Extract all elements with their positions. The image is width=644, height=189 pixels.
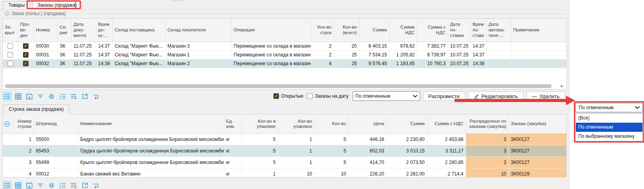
filter-icon[interactable]	[36, 92, 45, 101]
tab-order-lines[interactable]: Строка заказа (продажа)	[3, 104, 69, 114]
col-qty[interactable]: Кол-во	[314, 114, 348, 134]
col-price[interactable]: Цена	[348, 114, 386, 134]
numbered-list-icon[interactable]: 123	[58, 181, 67, 189]
col-delivery-time[interactable]: Врем по- ставк	[470, 19, 486, 42]
cell-lines_count: 2	[311, 50, 334, 59]
grid-icon[interactable]	[13, 181, 23, 189]
col-warehouse-supplier[interactable]: Склад поставщика	[113, 19, 165, 42]
overlay-dropdown-list: (Все) По отмеченным По выбранному магази…	[575, 113, 643, 141]
distribute-mode-select[interactable]: По отмеченным	[353, 91, 420, 101]
filter-icon[interactable]	[36, 181, 45, 189]
open-external-icon[interactable]	[80, 92, 90, 101]
col-posted[interactable]: Про- ве- ден	[18, 19, 34, 42]
annotation-arrow-head	[566, 96, 575, 105]
overlay-distribute-mode-select[interactable]: По отмеченным	[575, 103, 643, 112]
col-line-no[interactable]: Номер строки	[13, 114, 34, 134]
bullet-list-icon[interactable]	[2, 92, 12, 101]
tab-products[interactable]: Товары	[3, 1, 30, 10]
col-amount-with-vat[interactable]: Сумма с НДС	[417, 19, 448, 42]
order-line-row[interactable]: 400012Банан свежий вес Витаминкг11010226…	[3, 168, 566, 177]
col-qty-total[interactable]: Кол-во (всего)	[334, 19, 359, 42]
cell-qty_per_pack: 5	[241, 145, 278, 157]
horizontal-scrollbar-thumb[interactable]	[5, 84, 552, 88]
col-qty-per-pack[interactable]: Кол-во в упаковке	[241, 114, 278, 134]
col-allocated[interactable]: Распределено по заказам (закупка)	[466, 114, 508, 134]
col-lines-count[interactable]: Кол-во строк	[311, 19, 334, 42]
closed-checkbox[interactable]	[8, 61, 13, 66]
app-root: Товары Заказы (продажа) Заказ (польз.) (…	[0, 0, 644, 189]
order-line-row[interactable]: 355499Крыло цыплят-бройлеров охлажденное…	[3, 157, 566, 168]
numbered-list-icon[interactable]: 123	[58, 92, 67, 101]
add-row-icon[interactable]	[69, 92, 78, 101]
order-row[interactable]: ✓00032ЗК11.07.2514:38Склад "Маркет Фью..…	[3, 59, 566, 68]
cell-lines_count: 2	[311, 42, 334, 50]
col-line-amount-with-vat[interactable]: Сумма с НДС	[427, 114, 466, 134]
col-vat[interactable]: Сумма НДС	[389, 19, 417, 42]
col-packs[interactable]: Кол-во упаковок	[278, 114, 314, 134]
closed-checkbox[interactable]	[8, 52, 13, 58]
dropdown-option-all[interactable]: (Все)	[576, 114, 642, 123]
cell-allocated: 3	[466, 134, 508, 145]
col-unit[interactable]: Ед. изм.	[224, 114, 241, 134]
calendar-add-icon[interactable]	[25, 181, 34, 189]
cell-packs: 1	[278, 134, 314, 145]
open-external-icon[interactable]	[80, 181, 90, 189]
bullet-list-icon[interactable]	[2, 181, 12, 189]
posted-checkbox[interactable]: ✓	[23, 52, 29, 58]
scrollbar-right-arrow-icon[interactable]	[561, 85, 564, 88]
order-line-row[interactable]: 155500Бедро цыплят-бройлеров охлажденное…	[3, 134, 566, 145]
cell-amount: 7 534,15	[359, 50, 389, 59]
refresh-icon[interactable]	[91, 92, 101, 101]
minus-icon: —	[532, 93, 537, 99]
refresh-icon[interactable]	[91, 181, 101, 189]
col-series[interactable]: Се- рия	[57, 19, 71, 42]
svg-text:3: 3	[59, 97, 61, 100]
calendar-add-icon[interactable]	[25, 92, 34, 101]
closed-checkbox[interactable]	[8, 43, 13, 49]
posted-checkbox[interactable]: ✓	[23, 61, 29, 66]
orders-on-date-checkbox[interactable]	[307, 93, 313, 99]
col-delivery-date[interactable]: Дата по- ставки	[448, 19, 470, 42]
cell-doc_time: 14:38	[96, 59, 113, 68]
order-row[interactable]: ✓00030ЗК11.07.2514:37Склад "Маркет Фью..…	[3, 42, 566, 50]
col-line-amount[interactable]: Сумма	[386, 114, 427, 134]
posted-checkbox[interactable]: ✓	[23, 43, 29, 49]
cell-price: 602,03	[348, 145, 386, 157]
col-auto-date[interactable]: Дата автома- тиче-...	[486, 19, 511, 42]
unpost-button-label: Распровести	[428, 93, 460, 99]
col-barcode[interactable]: Штрихкод	[34, 114, 78, 134]
dropdown-option-marked[interactable]: По отмеченным	[576, 123, 642, 132]
open-orders-checkbox[interactable]: ✓	[273, 93, 279, 99]
overlay-select-value: По отмеченным	[579, 105, 635, 110]
col-doc-date[interactable]: Дата доку- мента	[71, 19, 96, 42]
cell-qty_per_pack: 5	[241, 134, 278, 145]
cell-price: 414,70	[348, 157, 386, 168]
mid-toolbar: 123	[2, 92, 101, 101]
cell-operation: Перемещение со склада в магазин	[231, 42, 311, 50]
cell-purchase_orders: ЗК00127	[508, 134, 566, 145]
tab-orders-sale[interactable]: Заказы (продажа)	[32, 1, 82, 10]
gear-icon[interactable]	[47, 181, 56, 189]
grid-icon[interactable]	[13, 92, 23, 101]
cell-delivery_date: 10.07.25	[448, 50, 470, 59]
cell-purchase_orders: ЗК00127	[508, 145, 566, 157]
cell-delivery_date: 10.07.25	[448, 59, 470, 68]
col-warehouse-buyer[interactable]: Склад покупателя	[165, 19, 231, 42]
cell-line_no: 1	[13, 134, 34, 145]
col-name[interactable]: Наименование	[78, 114, 224, 134]
open-orders-checkbox-group: ✓ Открытые	[273, 93, 303, 99]
gear-icon[interactable]	[47, 92, 56, 101]
order-row[interactable]: ✓00031ЗК11.07.2514:37Склад "Маркет Фью..…	[3, 50, 566, 59]
col-amount[interactable]: Сумма	[359, 19, 389, 42]
add-row-icon[interactable]	[69, 181, 78, 189]
col-closed[interactable]: За- крыт	[3, 19, 18, 42]
minus-circle-icon[interactable]	[5, 12, 9, 16]
col-note[interactable]: Примечание	[511, 19, 566, 42]
col-number[interactable]: Номер	[34, 19, 57, 42]
col-operation[interactable]: Операция	[231, 19, 311, 42]
col-doc-time[interactable]: Врем до- ку-...	[96, 19, 113, 42]
col-row-icon[interactable]	[3, 114, 13, 134]
dropdown-option-selected-store[interactable]: По выбранному магазину	[576, 132, 642, 141]
col-purchase-orders[interactable]: Заказы (закупка)	[508, 114, 566, 134]
order-line-row[interactable]: 265453Грудка цыплят-бройлеров охлажденна…	[3, 145, 566, 157]
